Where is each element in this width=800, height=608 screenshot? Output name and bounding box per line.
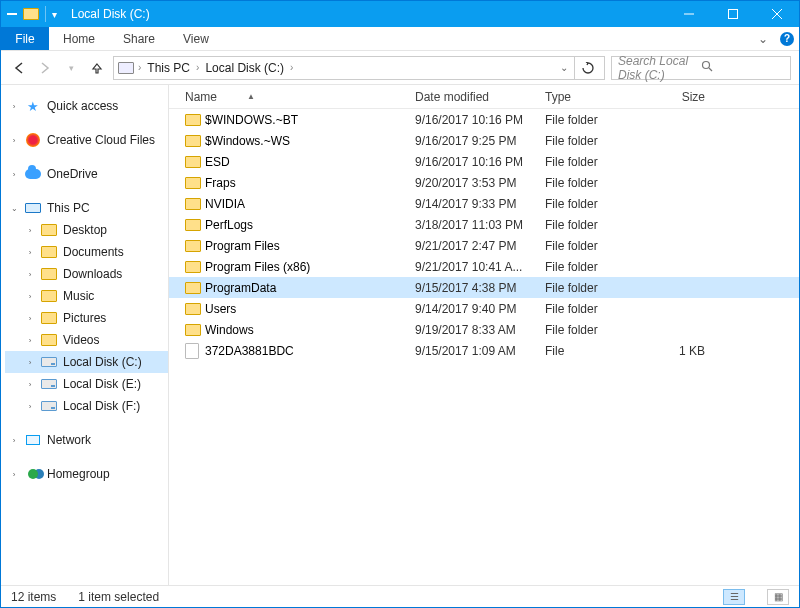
minimize-button[interactable]	[667, 1, 711, 27]
folder-icon	[185, 177, 205, 189]
window-icon[interactable]	[23, 8, 39, 20]
sidebar-item-label: Documents	[63, 245, 124, 259]
thumbnails-view-button[interactable]: ▦	[767, 589, 789, 605]
chevron-right-icon[interactable]: ›	[136, 62, 143, 73]
address-bar[interactable]: › This PC › Local Disk (C:) › ⌄	[113, 56, 605, 80]
ribbon: File Home Share View ⌄ ?	[1, 27, 799, 51]
list-item[interactable]: Users9/14/2017 9:40 PMFile folder	[169, 298, 799, 319]
list-item[interactable]: NVIDIA9/14/2017 9:33 PMFile folder	[169, 193, 799, 214]
sidebar-item-onedrive[interactable]: › OneDrive	[5, 163, 168, 185]
list-item[interactable]: ProgramData9/15/2017 4:38 PMFile folder	[169, 277, 799, 298]
breadcrumb-this-pc[interactable]: This PC	[145, 61, 192, 75]
pc-icon	[25, 201, 41, 215]
chevron-right-icon[interactable]: ›	[9, 136, 19, 145]
sidebar-item-creative-cloud[interactable]: › Creative Cloud Files	[5, 129, 168, 151]
sidebar-item[interactable]: ›Downloads	[5, 263, 168, 285]
chevron-right-icon[interactable]: ›	[25, 336, 35, 345]
chevron-right-icon[interactable]: ›	[194, 62, 201, 73]
chevron-right-icon[interactable]: ›	[9, 470, 19, 479]
back-button[interactable]	[9, 58, 29, 78]
column-headers: Name ▲ Date modified Type Size	[169, 85, 799, 109]
sidebar-item[interactable]: ›Videos	[5, 329, 168, 351]
list-item[interactable]: Program Files9/21/2017 2:47 PMFile folde…	[169, 235, 799, 256]
sidebar-item[interactable]: ›Desktop	[5, 219, 168, 241]
refresh-button[interactable]	[574, 57, 600, 79]
sidebar-item[interactable]: ›Local Disk (F:)	[5, 395, 168, 417]
recent-dropdown-icon[interactable]: ▾	[61, 58, 81, 78]
sidebar-item[interactable]: ›Music	[5, 285, 168, 307]
folder-icon	[41, 223, 57, 237]
item-name: ProgramData	[205, 281, 415, 295]
address-dropdown-icon[interactable]: ⌄	[556, 62, 572, 73]
help-button[interactable]: ?	[775, 27, 799, 50]
sidebar-item-homegroup[interactable]: › Homegroup	[5, 463, 168, 485]
search-placeholder: Search Local Disk (C:)	[618, 54, 701, 82]
sidebar-item-quick-access[interactable]: › ★ Quick access	[5, 95, 168, 117]
sidebar-item[interactable]: ›Local Disk (C:)	[5, 351, 168, 373]
column-header-name[interactable]: Name ▲	[185, 90, 415, 104]
chevron-right-icon[interactable]: ›	[25, 314, 35, 323]
list-item[interactable]: $Windows.~WS9/16/2017 9:25 PMFile folder	[169, 130, 799, 151]
folder-icon	[185, 261, 205, 273]
file-tab[interactable]: File	[1, 27, 49, 50]
chevron-right-icon[interactable]: ›	[9, 436, 19, 445]
chevron-right-icon[interactable]: ›	[25, 226, 35, 235]
tab-share[interactable]: Share	[109, 27, 169, 50]
column-header-size[interactable]: Size	[645, 90, 715, 104]
tab-view[interactable]: View	[169, 27, 223, 50]
sidebar-item-this-pc[interactable]: ⌄ This PC	[5, 197, 168, 219]
item-date: 9/20/2017 3:53 PM	[415, 176, 545, 190]
chevron-right-icon[interactable]: ›	[25, 402, 35, 411]
list-item[interactable]: ESD9/16/2017 10:16 PMFile folder	[169, 151, 799, 172]
chevron-right-icon[interactable]: ›	[9, 170, 19, 179]
list-item[interactable]: 372DA3881BDC9/15/2017 1:09 AMFile1 KB	[169, 340, 799, 361]
sidebar-item[interactable]: ›Local Disk (E:)	[5, 373, 168, 395]
chevron-right-icon[interactable]: ›	[25, 248, 35, 257]
qat-dropdown-icon[interactable]: ▾	[52, 9, 57, 20]
sidebar-item-label: Videos	[63, 333, 99, 347]
chevron-right-icon[interactable]: ›	[25, 358, 35, 367]
ribbon-expand-icon[interactable]: ⌄	[751, 27, 775, 50]
sidebar-item-network[interactable]: › Network	[5, 429, 168, 451]
close-button[interactable]	[755, 1, 799, 27]
column-header-type[interactable]: Type	[545, 90, 645, 104]
item-type: File folder	[545, 239, 645, 253]
list-item[interactable]: $WINDOWS.~BT9/16/2017 10:16 PMFile folde…	[169, 109, 799, 130]
chevron-down-icon[interactable]: ⌄	[9, 204, 19, 213]
chevron-right-icon[interactable]: ›	[25, 292, 35, 301]
details-view-button[interactable]: ☰	[723, 589, 745, 605]
list-item[interactable]: Windows9/19/2017 8:33 AMFile folder	[169, 319, 799, 340]
chevron-right-icon[interactable]: ›	[25, 380, 35, 389]
qat-menu-icon[interactable]	[7, 13, 17, 15]
item-type: File	[545, 344, 645, 358]
navbar: ▾ › This PC › Local Disk (C:) › ⌄ Search…	[1, 51, 799, 85]
network-icon	[25, 433, 41, 447]
item-type: File folder	[545, 113, 645, 127]
chevron-right-icon[interactable]: ›	[288, 62, 295, 73]
maximize-button[interactable]	[711, 1, 755, 27]
tab-home[interactable]: Home	[49, 27, 109, 50]
item-date: 9/21/2017 2:47 PM	[415, 239, 545, 253]
item-date: 9/16/2017 10:16 PM	[415, 155, 545, 169]
forward-button[interactable]	[35, 58, 55, 78]
chevron-right-icon[interactable]: ›	[25, 270, 35, 279]
list-item[interactable]: PerfLogs3/18/2017 11:03 PMFile folder	[169, 214, 799, 235]
item-date: 9/15/2017 4:38 PM	[415, 281, 545, 295]
sidebar-item[interactable]: ›Pictures	[5, 307, 168, 329]
item-name: NVIDIA	[205, 197, 415, 211]
drive-icon	[41, 399, 57, 413]
list-item[interactable]: Program Files (x86)9/21/2017 10:41 A...F…	[169, 256, 799, 277]
column-header-date[interactable]: Date modified	[415, 90, 545, 104]
list-item[interactable]: Fraps9/20/2017 3:53 PMFile folder	[169, 172, 799, 193]
search-box[interactable]: Search Local Disk (C:)	[611, 56, 791, 80]
sidebar-item-label: Desktop	[63, 223, 107, 237]
folder-icon	[185, 324, 205, 336]
breadcrumb-current[interactable]: Local Disk (C:)	[203, 61, 286, 75]
item-name: $WINDOWS.~BT	[205, 113, 415, 127]
chevron-right-icon[interactable]: ›	[9, 102, 19, 111]
sidebar-item[interactable]: ›Documents	[5, 241, 168, 263]
search-icon[interactable]	[701, 60, 784, 75]
drive-icon	[41, 355, 57, 369]
item-type: File folder	[545, 281, 645, 295]
up-button[interactable]	[87, 58, 107, 78]
